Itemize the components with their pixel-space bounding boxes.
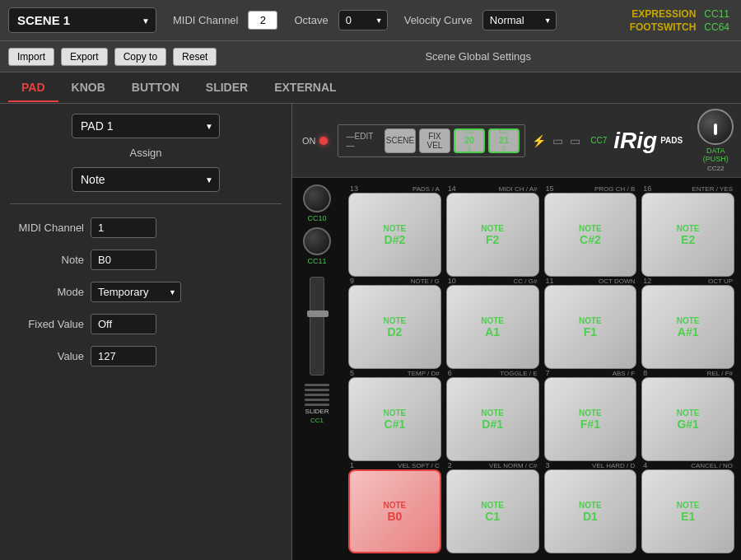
tab-slider[interactable]: SLIDER bbox=[193, 74, 261, 102]
note-field[interactable] bbox=[91, 250, 156, 270]
pad-sub-1: VEL SOFT / C bbox=[396, 462, 441, 469]
note-field-label: Note bbox=[10, 254, 84, 266]
pad-number-13: 13 bbox=[348, 184, 360, 193]
velocity-select[interactable]: Normal bbox=[482, 10, 557, 30]
assign-select-wrap[interactable]: Note bbox=[72, 167, 220, 192]
reset-button[interactable]: Reset bbox=[173, 48, 217, 66]
pad-button-16[interactable]: NOTEE2 bbox=[641, 193, 734, 277]
tab-external[interactable]: EXTERNAL bbox=[261, 74, 349, 102]
pad-note-14: F2 bbox=[486, 233, 499, 246]
mode-select-wrap[interactable]: Temporary bbox=[91, 282, 181, 302]
pad-sub-4: CANCEL / NO bbox=[689, 462, 734, 469]
pad-sub-14: MIDI CH / A# bbox=[497, 185, 539, 193]
octave-select-wrap[interactable]: 0 bbox=[338, 10, 388, 30]
pad-sub-7: ABS / F bbox=[611, 370, 637, 377]
on-label: ON bbox=[302, 136, 316, 146]
pad-button-10[interactable]: NOTEA1 bbox=[446, 285, 539, 369]
slider-thumb[interactable] bbox=[307, 310, 329, 317]
pad-button-14[interactable]: NOTEF2 bbox=[446, 193, 539, 277]
pad-number-10: 10 bbox=[446, 277, 458, 285]
cc7-label: CC7 bbox=[590, 136, 607, 145]
pad-button-12[interactable]: NOTEA#1 bbox=[641, 285, 734, 369]
pad-select[interactable]: PAD 1 bbox=[72, 114, 220, 138]
pad-button-3[interactable]: NOTED1 bbox=[544, 469, 637, 553]
slider-label: SLIDER bbox=[305, 408, 329, 415]
tab-bar: PAD KNOB BUTTON SLIDER EXTERNAL bbox=[0, 72, 741, 104]
pad-sub-9: NOTE / G bbox=[409, 278, 441, 285]
knob1-area: CC10 bbox=[303, 184, 331, 222]
tab-pad[interactable]: PAD bbox=[8, 74, 58, 102]
expression-label: EXPRESSION bbox=[631, 8, 696, 20]
pad-type-1: NOTE bbox=[383, 501, 406, 510]
pad-cell-10: 10CC / G#NOTEA1 bbox=[446, 277, 539, 369]
pad-number-8: 8 bbox=[641, 369, 649, 377]
pad-row-3: 1VEL SOFT / CNOTEB02VEL NORM / C#NOTEC13… bbox=[348, 461, 734, 553]
slider-area: SLIDER CC1 bbox=[305, 277, 329, 424]
velocity-select-wrap[interactable]: Normal bbox=[482, 10, 557, 30]
scene-select-wrap[interactable]: SCENE 1 bbox=[8, 7, 156, 33]
pad-sub-10: CC / G# bbox=[512, 278, 539, 285]
pad-cell-7: 7ABS / FNOTEF#1 bbox=[544, 369, 637, 461]
pad-button-15[interactable]: NOTEC#2 bbox=[544, 193, 637, 277]
value-field[interactable] bbox=[91, 346, 156, 366]
pad-type-2: NOTE bbox=[481, 501, 504, 510]
pad-row-0: 13PADS / ANOTED#214MIDI CH / A#NOTEF215P… bbox=[348, 184, 734, 277]
pad-button-13[interactable]: NOTED#2 bbox=[348, 193, 441, 277]
octave-select[interactable]: 0 bbox=[338, 10, 388, 30]
cc21-button[interactable]: CC 21 2 bbox=[488, 128, 520, 153]
import-button[interactable]: Import bbox=[8, 48, 54, 66]
pad-note-5: C#1 bbox=[384, 418, 406, 431]
pad-sub-12: OCT UP bbox=[706, 278, 734, 285]
pad-sub-3: VEL HARD / D bbox=[590, 462, 636, 469]
midi-channel-label: MIDI Channel bbox=[173, 14, 238, 26]
pad-button-5[interactable]: NOTEC#1 bbox=[348, 377, 441, 461]
pad-button-8[interactable]: NOTEG#1 bbox=[641, 377, 734, 461]
pad-cell-11: 11OCT DOWNNOTEF1 bbox=[544, 277, 637, 369]
mode-select[interactable]: Temporary bbox=[91, 282, 181, 302]
midi-channel-input[interactable] bbox=[248, 11, 277, 30]
tab-button[interactable]: BUTTON bbox=[119, 74, 193, 102]
pad-cell-4: 4CANCEL / NONOTEE1 bbox=[641, 461, 734, 553]
data-knob-area: DATA(PUSH) CC22 bbox=[697, 109, 734, 172]
scene-button[interactable]: SCENE bbox=[384, 128, 416, 153]
assign-select[interactable]: Note bbox=[72, 167, 220, 192]
slider-line-4 bbox=[305, 399, 329, 401]
pad-select-wrap[interactable]: PAD 1 bbox=[72, 114, 220, 138]
knob2[interactable] bbox=[303, 227, 331, 255]
usb-icon: ⚡ bbox=[532, 134, 546, 147]
pad-row-2: 5TEMP / D#NOTEC#16TOGGLE / ENOTED#17ABS … bbox=[348, 369, 734, 461]
slider-cc: CC1 bbox=[310, 417, 324, 424]
fixed-value-field[interactable] bbox=[91, 314, 156, 334]
pad-row-1: 9NOTE / GNOTED210CC / G#NOTEA111OCT DOWN… bbox=[348, 277, 734, 369]
pad-button-1[interactable]: NOTEB0 bbox=[348, 469, 441, 553]
pad-note-2: C1 bbox=[485, 510, 500, 523]
pad-button-6[interactable]: NOTED#1 bbox=[446, 377, 539, 461]
pad-cell-3: 3VEL HARD / DNOTED1 bbox=[544, 461, 637, 553]
pad-button-7[interactable]: NOTEF#1 bbox=[544, 377, 637, 461]
scene-global-label: Scene Global Settings bbox=[425, 50, 531, 63]
pad-button-4[interactable]: NOTEE1 bbox=[641, 469, 734, 553]
note-row: Note bbox=[10, 248, 282, 272]
fix-vel-button[interactable]: FIX VEL bbox=[419, 128, 450, 153]
pad-button-11[interactable]: NOTEF1 bbox=[544, 285, 637, 369]
slider-track[interactable] bbox=[310, 277, 324, 376]
pad-sub-2: VEL NORM / C# bbox=[487, 462, 538, 469]
value-field-label: Value bbox=[10, 350, 84, 362]
scene-select[interactable]: SCENE 1 bbox=[8, 7, 156, 33]
pad-type-9: NOTE bbox=[383, 316, 406, 325]
knob1[interactable] bbox=[303, 184, 331, 212]
pad-type-7: NOTE bbox=[579, 408, 602, 418]
pad-note-3: D1 bbox=[583, 510, 598, 523]
export-button[interactable]: Export bbox=[61, 48, 108, 66]
irig-container: ON —EDIT— SCENE FIX VEL CC 20 1 CC 21 bbox=[292, 104, 741, 560]
copy-to-button[interactable]: Copy to bbox=[114, 48, 166, 66]
cc20-button[interactable]: CC 20 1 bbox=[454, 128, 485, 153]
pad-number-4: 4 bbox=[641, 461, 649, 469]
fixed-value-row: Fixed Value bbox=[10, 312, 282, 336]
tab-knob[interactable]: KNOB bbox=[58, 74, 119, 102]
pad-button-2[interactable]: NOTEC1 bbox=[446, 469, 539, 553]
midi-channel-field[interactable] bbox=[91, 217, 156, 238]
pad-cell-13: 13PADS / ANOTED#2 bbox=[348, 184, 441, 277]
pad-button-9[interactable]: NOTED2 bbox=[348, 285, 441, 369]
data-knob[interactable] bbox=[697, 109, 734, 145]
